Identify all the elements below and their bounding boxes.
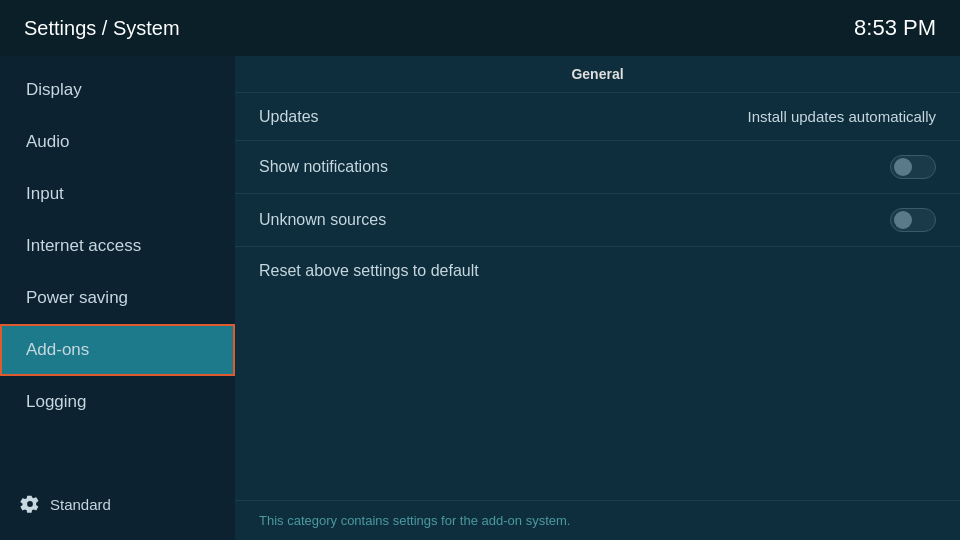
updates-label: Updates: [259, 108, 319, 126]
main-layout: Display Audio Input Internet access Powe…: [0, 56, 960, 540]
content-area: General Updates Install updates automati…: [235, 56, 960, 540]
sidebar-item-add-ons[interactable]: Add-ons: [0, 324, 235, 376]
content-footer: This category contains settings for the …: [235, 500, 960, 540]
sidebar-item-input[interactable]: Input: [0, 168, 235, 220]
reset-label: Reset above settings to default: [259, 262, 479, 280]
unknown-sources-toggle[interactable]: [890, 208, 936, 232]
updates-value: Install updates automatically: [748, 108, 936, 125]
sidebar-item-power-saving[interactable]: Power saving: [0, 272, 235, 324]
show-notifications-label: Show notifications: [259, 158, 388, 176]
sidebar-item-audio[interactable]: Audio: [0, 116, 235, 168]
sidebar: Display Audio Input Internet access Powe…: [0, 56, 235, 540]
page-title: Settings / System: [24, 17, 180, 40]
profile-label: Standard: [50, 496, 111, 513]
show-notifications-toggle[interactable]: [890, 155, 936, 179]
sidebar-item-internet-access[interactable]: Internet access: [0, 220, 235, 272]
sidebar-item-display[interactable]: Display: [0, 64, 235, 116]
show-notifications-row[interactable]: Show notifications: [235, 141, 960, 194]
settings-panel: General Updates Install updates automati…: [235, 56, 960, 500]
clock: 8:53 PM: [854, 15, 936, 41]
toggle-knob-2: [894, 211, 912, 229]
gear-icon: [20, 494, 40, 514]
profile-section: Standard: [0, 484, 235, 524]
sidebar-item-logging[interactable]: Logging: [0, 376, 235, 428]
header: Settings / System 8:53 PM: [0, 0, 960, 56]
section-header: General: [235, 56, 960, 93]
unknown-sources-label: Unknown sources: [259, 211, 386, 229]
reset-row[interactable]: Reset above settings to default: [235, 247, 960, 295]
updates-row[interactable]: Updates Install updates automatically: [235, 93, 960, 141]
unknown-sources-row[interactable]: Unknown sources: [235, 194, 960, 247]
footer-text: This category contains settings for the …: [259, 513, 570, 528]
toggle-knob: [894, 158, 912, 176]
sidebar-nav: Display Audio Input Internet access Powe…: [0, 56, 235, 428]
